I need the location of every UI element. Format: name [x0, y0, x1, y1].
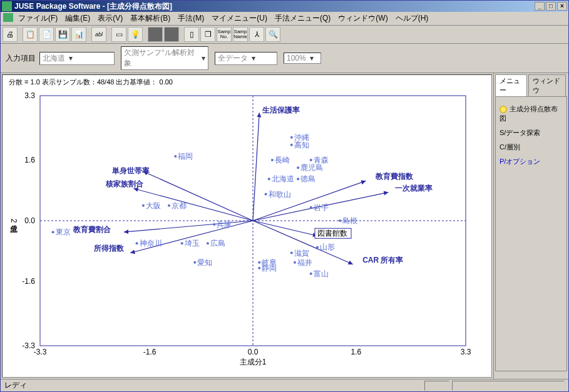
side-item-options[interactable]: P/オプション: [496, 154, 566, 169]
tree-button[interactable]: ⅄: [249, 27, 264, 42]
menu-basic[interactable]: 基本解析(B): [130, 13, 170, 24]
svg-text:富山: 富山: [314, 269, 329, 278]
svg-text:和歌山: 和歌山: [269, 190, 291, 199]
svg-point-70: [290, 252, 293, 254]
svg-point-24: [290, 136, 293, 139]
status-cell-1: [424, 381, 449, 391]
sampno-button[interactable]: SampNo.: [217, 27, 232, 42]
pages-button[interactable]: ❐: [200, 27, 215, 42]
svg-point-39: [297, 178, 299, 180]
svg-text:北海道: 北海道: [272, 174, 294, 183]
side-item-search[interactable]: S/データ探索: [496, 126, 566, 140]
tab-window[interactable]: ウィンドウ: [528, 74, 566, 96]
label-button[interactable]: abl: [91, 27, 106, 42]
svg-point-37: [268, 178, 270, 180]
dark2-button[interactable]: [164, 27, 179, 42]
tab-menu[interactable]: メニュー: [495, 74, 527, 96]
dark1-button[interactable]: [148, 27, 163, 42]
input-label: 入力項目: [6, 53, 36, 64]
svg-text:核家族割合: 核家族割合: [105, 179, 144, 188]
svg-line-20: [130, 221, 253, 253]
menubar: ファイル(F) 編集(E) 表示(V) 基本解析(B) 手法(M) マイメニュー…: [1, 12, 568, 26]
chart-header: 分散 = 1.0 表示サンプル数：48/48 出力基準値： 0.00: [3, 75, 491, 89]
chart-button[interactable]: 📊: [71, 27, 86, 42]
menu-file[interactable]: ファイル(F): [18, 13, 58, 24]
svg-point-78: [258, 267, 260, 269]
svg-point-54: [52, 231, 54, 233]
svg-text:一次就業率: 一次就業率: [395, 184, 433, 193]
svg-line-22: [253, 113, 259, 221]
menu-mymenu[interactable]: マイメニュー(U): [212, 13, 267, 24]
sampname-button[interactable]: SampName: [233, 27, 248, 42]
svg-line-23: [253, 221, 317, 236]
svg-text:3.3: 3.3: [461, 348, 471, 356]
params-bar: 入力項目 北海道▾ 欠測サンフ°ル解析対象▾ 全データ▾ 100%▾: [1, 44, 568, 73]
svg-text:-3.3: -3.3: [22, 341, 35, 350]
menu-view[interactable]: 表示(V): [98, 13, 123, 24]
combo-prefecture[interactable]: 北海道▾: [39, 52, 115, 65]
svg-text:東京: 東京: [56, 228, 71, 236]
svg-text:教育費指数: 教育費指数: [375, 172, 414, 181]
svg-point-72: [193, 261, 196, 264]
svg-point-50: [310, 206, 312, 209]
svg-line-15: [143, 171, 253, 221]
combo-data[interactable]: 全データ▾: [215, 52, 277, 65]
menu-edit[interactable]: 編集(E): [65, 13, 90, 24]
svg-text:-1.6: -1.6: [143, 348, 156, 356]
svg-text:CAR 所有率: CAR 所有率: [362, 256, 403, 264]
combo-missing[interactable]: 欠測サンフ°ル解析対象▾: [121, 46, 208, 70]
side-item-stratify[interactable]: C/層別: [496, 140, 566, 154]
paste-special-button[interactable]: 📄: [39, 27, 54, 42]
status-text: レディ: [4, 380, 27, 391]
svg-point-63: [181, 242, 183, 244]
menu-window[interactable]: ウィンドウ(W): [338, 13, 387, 24]
svg-text:1.6: 1.6: [351, 348, 362, 356]
save-button[interactable]: 💾: [55, 27, 70, 42]
status-cell-2: [452, 381, 565, 391]
svg-text:大阪: 大阪: [146, 201, 161, 210]
svg-point-30: [271, 159, 274, 161]
grey-button[interactable]: ▭: [111, 27, 126, 42]
maximize-button[interactable]: □: [546, 2, 556, 11]
close-button[interactable]: ×: [557, 2, 567, 11]
svg-point-28: [174, 155, 177, 158]
side-item-chart[interactable]: 主成分得点散布図: [496, 102, 566, 126]
menu-methodmenu[interactable]: 手法メニュー(Q): [275, 13, 331, 24]
toolbar: 🖨 📋 📄 💾 📊 abl ▭ 💡 ▯ ❐ SampNo. SampName ⅄…: [1, 26, 568, 44]
svg-text:兵庫: 兵庫: [217, 220, 232, 229]
svg-text:高知: 高知: [294, 141, 309, 149]
combo-zoom[interactable]: 100%▾: [284, 53, 321, 64]
content-area: 分散 = 1.0 表示サンプル数：48/48 出力基準値： 0.00 -3.3-…: [1, 73, 568, 379]
svg-point-46: [142, 204, 145, 207]
svg-point-26: [290, 144, 293, 146]
idea-button[interactable]: 💡: [128, 27, 143, 42]
copy-button[interactable]: 📋: [23, 27, 38, 42]
svg-point-57: [213, 223, 215, 226]
svg-text:長崎: 長崎: [275, 156, 290, 164]
svg-point-65: [207, 242, 209, 244]
menu-method[interactable]: 手法(M): [178, 13, 204, 24]
svg-text:広島: 広島: [210, 239, 225, 248]
minimize-button[interactable]: _: [535, 2, 545, 11]
page-button[interactable]: ▯: [184, 27, 199, 42]
svg-text:神奈川: 神奈川: [140, 239, 162, 248]
svg-point-43: [265, 193, 267, 196]
side-panel: メニュー ウィンドウ 主成分得点散布図 S/データ探索 C/層別 P/オプション: [493, 73, 568, 379]
chart-pane: 分散 = 1.0 表示サンプル数：48/48 出力基準値： 0.00 -3.3-…: [2, 74, 492, 378]
bulb-icon: [500, 106, 507, 113]
svg-text:岩手: 岩手: [314, 203, 329, 212]
app-icon: [2, 1, 12, 11]
zoom-button[interactable]: 🔍: [265, 27, 280, 42]
menu-help[interactable]: ヘルプ(H): [396, 13, 429, 24]
svg-text:1.6: 1.6: [24, 156, 35, 164]
svg-text:徳島: 徳島: [300, 174, 315, 183]
svg-text:3.3: 3.3: [24, 91, 35, 100]
svg-point-61: [136, 242, 138, 244]
titlebar: JUSE Package Software - [主成分得点散布図] _ □ ×: [1, 1, 568, 12]
app-window: JUSE Package Software - [主成分得点散布図] _ □ ×…: [0, 0, 569, 392]
svg-text:主成分2: 主成分2: [9, 219, 18, 233]
svg-point-32: [310, 159, 312, 161]
print-button[interactable]: 🖨: [3, 27, 18, 42]
svg-text:-3.3: -3.3: [34, 348, 47, 356]
doc-icon: [3, 13, 13, 22]
